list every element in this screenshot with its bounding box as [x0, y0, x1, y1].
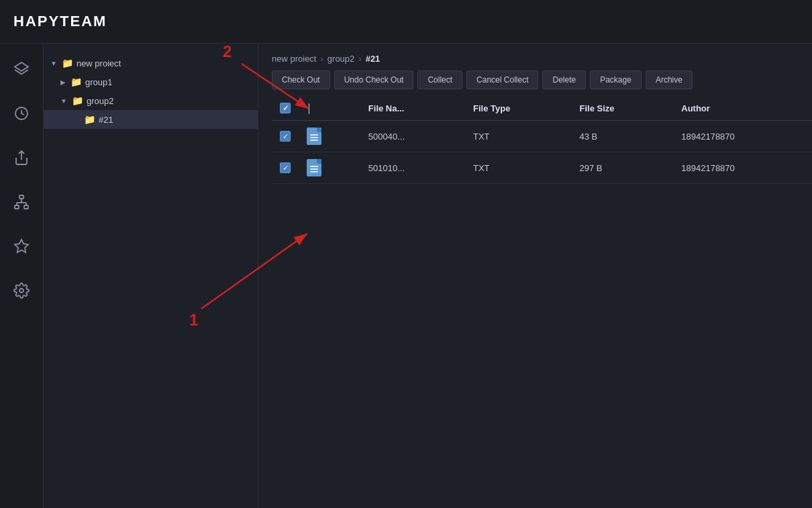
app-logo: HAPYTEAM [13, 13, 107, 30]
delete-button[interactable]: Delete [542, 70, 586, 89]
table-header-row: ✓ │ File Na... File Type File Size Autho… [272, 96, 812, 121]
cancel-collect-button[interactable]: Cancel Collect [466, 70, 538, 89]
row1-filesize: 43 B [571, 121, 673, 152]
package-button[interactable]: Package [590, 70, 642, 89]
col-author-header: Author [673, 96, 812, 121]
svg-point-11 [19, 289, 23, 293]
svg-marker-0 [15, 62, 28, 71]
row1-checkbox[interactable]: ✓ [280, 131, 291, 142]
svg-rect-3 [19, 195, 23, 199]
layers-icon[interactable] [9, 57, 34, 81]
breadcrumb-part-2: group2 [327, 54, 354, 64]
col-divider-header: │ [299, 96, 360, 121]
tree-item-21[interactable]: ▶ 📁 #21 [44, 110, 258, 129]
table-row: ✓ 500040... [272, 121, 812, 152]
svg-marker-10 [15, 240, 28, 252]
star-icon[interactable] [9, 234, 34, 258]
row2-filesize: 297 B [571, 152, 673, 184]
col-filesize-header: File Size [571, 96, 673, 121]
breadcrumb-sep-1: › [320, 54, 323, 64]
share-icon[interactable] [9, 146, 34, 170]
svg-rect-5 [24, 205, 28, 209]
archive-button[interactable]: Archive [646, 70, 693, 89]
row2-checkbox-cell: ✓ [272, 152, 299, 184]
main-layout: ▼ 📁 new proiect ▶ 📁 group1 ▼ 📁 group2 ▶ … [0, 44, 812, 508]
expand-arrow-root: ▼ [50, 60, 57, 67]
network-icon[interactable] [9, 190, 34, 214]
folder-icon-21: 📁 [84, 114, 95, 125]
folder-icon-group1: 📁 [70, 77, 82, 87]
breadcrumb-sep-2: › [358, 54, 361, 64]
clock-icon[interactable] [9, 101, 34, 125]
folder-icon-group2: 📁 [72, 95, 83, 106]
tree-label-root: new proiect [77, 58, 121, 68]
row1-checkbox-cell: ✓ [272, 121, 299, 152]
row1-author: 18942178870 [673, 121, 812, 152]
col-filename-header: File Na... [360, 96, 465, 121]
expand-arrow-group1: ▶ [60, 79, 66, 86]
checkout-button[interactable]: Check Out [272, 70, 330, 89]
breadcrumb-part-1: new proiect [272, 54, 316, 64]
col-checkbox: ✓ [272, 96, 299, 121]
svg-rect-4 [15, 205, 19, 209]
row1-filename: 500040... [360, 121, 465, 152]
tree-item-group2[interactable]: ▼ 📁 group2 [44, 91, 258, 110]
icon-sidebar [0, 44, 44, 508]
table-row: ✓ 501010... [272, 152, 812, 184]
toolbar: Check Out Undo Check Out Collect Cancel … [258, 70, 812, 96]
row1-file-icon-cell [299, 121, 360, 152]
row2-filename: 501010... [360, 152, 465, 184]
tree-label-21: #21 [99, 115, 113, 125]
row2-checkbox[interactable]: ✓ [280, 162, 291, 173]
tree-item-root[interactable]: ▼ 📁 new proiect [44, 54, 258, 72]
file-table-area: ✓ │ File Na... File Type File Size Autho… [258, 96, 812, 508]
row2-file-icon [307, 159, 321, 176]
content-area: new proiect › group2 › #21 Check Out Und… [258, 44, 812, 508]
breadcrumb-part-3: #21 [366, 54, 380, 64]
col-filetype-header: File Type [465, 96, 572, 121]
row2-file-icon-cell [299, 152, 360, 184]
row2-author: 18942178870 [673, 152, 812, 184]
settings-icon[interactable] [9, 278, 34, 303]
row1-file-icon [307, 128, 321, 145]
file-table: ✓ │ File Na... File Type File Size Autho… [272, 96, 812, 184]
tree-sidebar: ▼ 📁 new proiect ▶ 📁 group1 ▼ 📁 group2 ▶ … [44, 44, 258, 508]
row1-filetype: TXT [465, 121, 572, 152]
undo-checkout-button[interactable]: Undo Check Out [334, 70, 414, 89]
app-header: HAPYTEAM [0, 0, 812, 44]
breadcrumb: new proiect › group2 › #21 [258, 44, 812, 70]
expand-arrow-group2: ▼ [60, 97, 67, 105]
select-all-checkbox[interactable]: ✓ [280, 103, 291, 113]
collect-button[interactable]: Collect [417, 70, 462, 89]
tree-item-group1[interactable]: ▶ 📁 group1 [44, 72, 258, 91]
tree-label-group1: group1 [85, 77, 112, 87]
row2-filetype: TXT [465, 152, 572, 184]
tree-label-group2: group2 [87, 96, 113, 106]
folder-icon-root: 📁 [62, 58, 73, 68]
